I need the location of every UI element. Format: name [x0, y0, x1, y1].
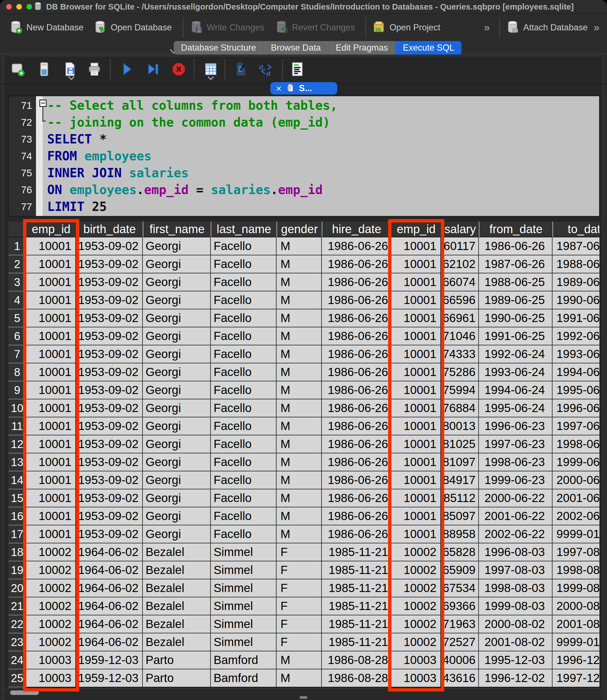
table-cell[interactable]: 2000-06-22: [479, 489, 552, 507]
code-line[interactable]: SELECT *: [47, 131, 599, 148]
table-cell[interactable]: 10002: [26, 633, 76, 651]
row-number[interactable]: 7: [8, 345, 26, 363]
row-number[interactable]: 25: [8, 669, 26, 687]
table-cell[interactable]: 1996-06-23: [479, 417, 552, 435]
table-cell[interactable]: 10003: [26, 651, 76, 669]
table-cell[interactable]: 1987-06: [552, 237, 600, 255]
row-number[interactable]: 10: [8, 399, 26, 417]
table-cell[interactable]: M: [276, 507, 322, 525]
table-cell[interactable]: 1995-12-03: [479, 651, 552, 669]
fold-marker-icon[interactable]: [39, 100, 47, 107]
table-cell[interactable]: 1986-06-26: [322, 309, 391, 327]
table-cell[interactable]: 1953-09-02: [76, 489, 143, 507]
column-header-from_date[interactable]: from_date: [479, 222, 552, 237]
row-number[interactable]: 20: [8, 579, 26, 597]
table-cell[interactable]: 1986-06-26: [322, 453, 391, 471]
table-cell[interactable]: 1988-06-25: [479, 273, 552, 292]
sql-editor-tab[interactable]: × S...: [270, 82, 337, 95]
table-cell[interactable]: F: [276, 615, 322, 633]
print-button[interactable]: [86, 61, 103, 78]
table-cell[interactable]: 1964-06-02: [76, 597, 143, 615]
table-cell[interactable]: 10001: [391, 381, 441, 399]
table-cell[interactable]: 2000-08: [552, 597, 600, 615]
table-cell[interactable]: 2001-08-02: [479, 633, 552, 651]
table-cell[interactable]: 10002: [391, 579, 441, 597]
row-number[interactable]: 3: [8, 273, 26, 292]
execute-all-button[interactable]: [119, 61, 135, 78]
table-cell[interactable]: 1953-09-02: [76, 309, 143, 327]
table-cell[interactable]: 10001: [391, 489, 441, 507]
table-cell[interactable]: M: [276, 309, 322, 327]
table-cell[interactable]: M: [276, 399, 322, 417]
table-cell[interactable]: 1953-09-02: [76, 327, 143, 345]
row-number[interactable]: 22: [8, 615, 26, 633]
table-cell[interactable]: Bezalel: [143, 543, 211, 561]
table-cell[interactable]: 1997-12: [552, 669, 600, 687]
table-cell[interactable]: 85097: [441, 507, 479, 525]
table-cell[interactable]: 2001-06: [552, 489, 600, 507]
table-cell[interactable]: Georgi: [143, 345, 211, 363]
open-project-button[interactable]: Open Project: [372, 14, 440, 41]
table-cell[interactable]: Facello: [211, 507, 276, 525]
table-cell[interactable]: Facello: [211, 471, 276, 489]
table-cell[interactable]: M: [276, 292, 322, 309]
find-replace-button[interactable]: aa: [258, 61, 275, 78]
table-cell[interactable]: 1986-08-28: [322, 669, 391, 687]
table-cell[interactable]: Georgi: [143, 381, 211, 399]
table-cell[interactable]: 1998-06: [552, 435, 600, 453]
table-cell[interactable]: 1959-12-03: [76, 669, 143, 687]
table-cell[interactable]: 1990-06-25: [479, 309, 552, 327]
table-cell[interactable]: M: [276, 363, 322, 381]
table-cell[interactable]: 1985-11-21: [322, 597, 391, 615]
horizontal-scrollbar-thumb[interactable]: [10, 691, 39, 695]
toolbar-overflow-chevrons[interactable]: »: [484, 22, 490, 34]
table-cell[interactable]: Bezalel: [143, 633, 211, 651]
table-cell[interactable]: 75994: [441, 381, 479, 399]
tab-execute-sql[interactable]: Execute SQL: [395, 41, 462, 55]
table-cell[interactable]: Facello: [211, 435, 276, 453]
table-cell[interactable]: 2001-06-22: [479, 507, 552, 525]
table-cell[interactable]: 1964-06-02: [76, 561, 143, 579]
table-cell[interactable]: 10002: [26, 615, 76, 633]
table-cell[interactable]: 1953-09-02: [76, 435, 143, 453]
table-cell[interactable]: 1996-06: [552, 399, 600, 417]
table-cell[interactable]: 10002: [26, 543, 76, 561]
new-query-tab-button[interactable]: [9, 61, 26, 78]
table-cell[interactable]: F: [276, 633, 322, 651]
table-cell[interactable]: 10001: [26, 273, 76, 292]
zoom-window-button[interactable]: [26, 4, 32, 9]
table-cell[interactable]: 1986-08-28: [322, 651, 391, 669]
new-database-button[interactable]: New Database: [8, 14, 83, 41]
table-cell[interactable]: 1992-06-24: [479, 345, 552, 363]
table-cell[interactable]: 1986-06-26: [322, 363, 391, 381]
table-cell[interactable]: 1997-08: [552, 543, 600, 561]
table-cell[interactable]: F: [276, 561, 322, 579]
table-cell[interactable]: 1986-06-26: [322, 417, 391, 435]
table-cell[interactable]: Bezalel: [143, 597, 211, 615]
table-cell[interactable]: 1953-09-02: [76, 417, 143, 435]
table-cell[interactable]: 1996-08-03: [479, 543, 552, 561]
row-number[interactable]: 4: [8, 292, 26, 309]
table-cell[interactable]: 1953-09-02: [76, 507, 143, 525]
table-cell[interactable]: 40006: [441, 651, 479, 669]
table-cell[interactable]: Facello: [211, 345, 276, 363]
code-line[interactable]: -- Select all columns from both tables,: [47, 97, 599, 114]
table-cell[interactable]: 2000-06: [552, 471, 600, 489]
column-header-hire_date[interactable]: hire_date: [322, 222, 391, 237]
stop-button[interactable]: [170, 61, 187, 78]
table-cell[interactable]: 10001: [391, 309, 441, 327]
row-number[interactable]: 1: [8, 237, 26, 255]
table-cell[interactable]: 10001: [26, 489, 76, 507]
table-cell[interactable]: 1988-06: [552, 255, 600, 273]
table-cell[interactable]: 2001-08: [552, 615, 600, 633]
row-number[interactable]: 19: [8, 561, 26, 579]
table-cell[interactable]: 10001: [26, 327, 76, 345]
table-cell[interactable]: M: [276, 345, 322, 363]
table-cell[interactable]: 2002-06: [552, 507, 600, 525]
table-cell[interactable]: Facello: [211, 363, 276, 381]
table-cell[interactable]: 1987-06-26: [479, 255, 552, 273]
row-number[interactable]: 11: [8, 417, 26, 435]
table-cell[interactable]: 66596: [441, 292, 479, 309]
table-cell[interactable]: 10001: [391, 255, 441, 273]
table-cell[interactable]: Georgi: [143, 399, 211, 417]
